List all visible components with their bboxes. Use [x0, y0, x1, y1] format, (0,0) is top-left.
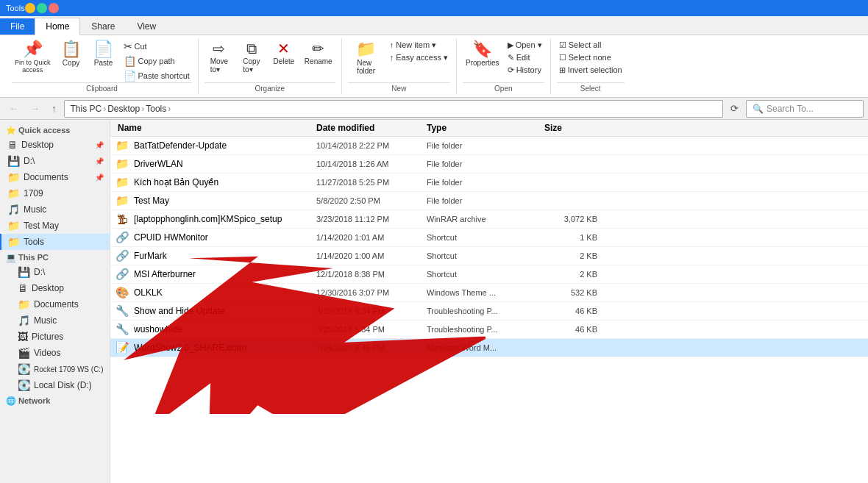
delete-label: Delete	[273, 57, 294, 65]
table-row[interactable]: 🔗 MSI Afterburner 12/1/2018 8:38 PM Shor…	[110, 265, 868, 284]
table-row[interactable]: 🔧 Show and Hide Update 3/25/2018 6:34 PM…	[110, 302, 868, 321]
breadcrumb-tools: Tools	[146, 104, 166, 114]
delete-button[interactable]: ✕ Delete	[269, 40, 299, 67]
select-all-button[interactable]: ☑ Select all	[557, 40, 625, 51]
file-type: File folder	[427, 196, 544, 205]
select-none-button[interactable]: ☐ Select none	[557, 52, 625, 63]
sidebar-item-music-pc[interactable]: 🎵 Music	[0, 312, 110, 329]
title-bar: Tools	[0, 0, 868, 16]
file-type: WinRAR archive	[427, 215, 544, 223]
ribbon-group-organize: ⇨ Moveto▾ ⧉ Copyto▾ ✕ Delete ✏ Rename Or…	[199, 38, 342, 94]
invert-selection-button[interactable]: ⊞ Invert selection	[557, 65, 625, 76]
table-row[interactable]: 📁 DriverWLAN 10/14/2018 1:26 AM File fol…	[110, 155, 868, 173]
maximize-button[interactable]	[37, 3, 47, 13]
new-folder-label: Newfolder	[357, 59, 375, 75]
address-bar[interactable]: This PC › Desktop › Tools ›	[64, 100, 724, 118]
properties-button[interactable]: 🔖 Properties	[463, 40, 502, 68]
sidebar-item-testmay[interactable]: 📁 Test May	[0, 218, 110, 234]
forward-button[interactable]: →	[26, 101, 44, 116]
sidebar-item-1709[interactable]: 📁 1709	[0, 185, 110, 201]
copy-button[interactable]: 📋 Copy	[57, 40, 86, 68]
table-row[interactable]: 📁 Test May 5/8/2020 2:50 PM File folder	[110, 192, 868, 210]
history-label: ⟳ History	[508, 65, 541, 75]
open-small-group: ▶ Open ▾ ✎ Edit ⟳ History	[505, 40, 544, 76]
sidebar-item-desktop-qa[interactable]: 🖥 Desktop 📌	[0, 137, 110, 153]
file-name-cell: 📝 WordShow2.0_SHARE.dotm	[110, 340, 316, 355]
sidebar-item-music-qa[interactable]: 🎵 Music	[0, 201, 110, 218]
minimize-button[interactable]	[25, 3, 35, 13]
back-button[interactable]: ←	[4, 101, 23, 116]
file-date: 12/30/2016 3:07 PM	[316, 288, 427, 297]
tab-view[interactable]: View	[126, 18, 167, 35]
d-pc-label: D:\	[34, 267, 45, 277]
copy-path-button[interactable]: 📋 Copy path	[121, 54, 192, 68]
sidebar-item-tools[interactable]: 📁 Tools	[0, 234, 110, 250]
new-small-group: ↑ New item ▾ ↑ Easy access ▾	[388, 40, 450, 63]
file-name-cell: 🔧 Show and Hide Update	[110, 304, 316, 318]
music-pc-label: Music	[34, 315, 57, 326]
sidebar-item-local-disk[interactable]: 💽 Local Disk (D:)	[0, 377, 110, 393]
local-disk-icon: 💽	[18, 379, 30, 391]
file-size: 2 KB	[544, 251, 603, 260]
file-name-cell: 🔗 MSI Afterburner	[110, 267, 316, 282]
paste-icon: 📄	[93, 41, 113, 57]
move-to-button[interactable]: ⇨ Moveto▾	[204, 40, 234, 75]
file-date: 1/14/2020 1:01 AM	[316, 233, 427, 242]
history-button[interactable]: ⟳ History	[505, 65, 544, 76]
properties-icon: 🔖	[472, 41, 492, 57]
title-bar-controls	[25, 3, 59, 13]
file-rows: 📁 BatTatDefender-Update 10/14/2018 2:22 …	[110, 137, 868, 357]
new-folder-button[interactable]: 📁 Newfolder	[348, 40, 385, 76]
table-row[interactable]: 🔧 wushowhide 3/25/2018 6:34 PM Troublesh…	[110, 321, 868, 339]
table-row[interactable]: 📝 WordShow2.0_SHARE.dotm 7/04/2020 8:49 …	[110, 339, 868, 357]
table-row[interactable]: 🎨 OLKLK 12/30/2016 3:07 PM Windows Theme…	[110, 284, 868, 302]
easy-access-button[interactable]: ↑ Easy access ▾	[388, 52, 450, 63]
file-size: 1 KB	[544, 233, 603, 242]
pin-to-quick-access-button[interactable]: 📌 Pin to Quickaccess	[12, 40, 54, 75]
refresh-button[interactable]: ⟳	[726, 101, 743, 116]
open-label: Open	[463, 82, 544, 93]
file-date: 5/8/2020 2:50 PM	[316, 196, 427, 205]
rename-button[interactable]: ✏ Rename	[302, 40, 335, 67]
sidebar-item-desktop-pc[interactable]: 🖥 Desktop	[0, 280, 110, 296]
desktop-qa-icon: 🖥	[7, 139, 18, 151]
delete-icon: ✕	[277, 41, 290, 56]
tab-file[interactable]: File	[0, 18, 35, 35]
sidebar-item-d-qa[interactable]: 💾 D:\ 📌	[0, 153, 110, 169]
file-date: 12/1/2018 8:38 PM	[316, 270, 427, 279]
file-name: WordShow2.0_SHARE.dotm	[134, 343, 246, 353]
paste-shortcut-button[interactable]: 📄 Paste shortcut	[121, 69, 192, 82]
file-name-cell: 📁 DriverWLAN	[110, 157, 316, 171]
sidebar-item-videos[interactable]: 🎬 Videos	[0, 345, 110, 361]
sidebar-item-pictures[interactable]: 🖼 Pictures	[0, 329, 110, 345]
table-row[interactable]: 🗜 [laptopphonglinh.com]KMSpico_setup 3/2…	[110, 210, 868, 229]
file-icon: 🔗	[115, 267, 129, 282]
open-button[interactable]: ▶ Open ▾	[505, 40, 544, 51]
paste-button[interactable]: 📄 Paste	[89, 40, 118, 68]
new-content: 📁 Newfolder ↑ New item ▾ ↑ Easy access ▾	[348, 40, 450, 82]
up-button[interactable]: ↑	[47, 101, 61, 116]
edit-button[interactable]: ✎ Edit	[505, 52, 544, 63]
header-name: Name	[110, 123, 316, 133]
copy-to-label: Copyto▾	[243, 57, 260, 74]
rocket-label: Rocket 1709 WS (C:)	[34, 365, 103, 373]
close-button[interactable]	[49, 3, 59, 13]
file-type: Shortcut	[427, 233, 544, 242]
invert-selection-label: ⊞ Invert selection	[559, 65, 622, 75]
copy-to-button[interactable]: ⧉ Copyto▾	[237, 40, 266, 75]
tab-home[interactable]: Home	[35, 18, 80, 35]
cut-button[interactable]: ✂ Cut	[121, 40, 192, 53]
sidebar-item-rocket[interactable]: 💽 Rocket 1709 WS (C:)	[0, 361, 110, 377]
sidebar-item-documents-qa[interactable]: 📁 Documents 📌	[0, 169, 110, 185]
table-row[interactable]: 📁 BatTatDefender-Update 10/14/2018 2:22 …	[110, 137, 868, 155]
search-box[interactable]: 🔍 Search To...	[746, 100, 864, 118]
tab-share[interactable]: Share	[80, 18, 126, 35]
sidebar-item-d-pc[interactable]: 💾 D:\	[0, 264, 110, 280]
table-row[interactable]: 🔗 FurMark 1/14/2020 1:00 AM Shortcut 2 K…	[110, 247, 868, 265]
table-row[interactable]: 🔗 CPUID HWMonitor 1/14/2020 1:01 AM Shor…	[110, 229, 868, 247]
new-item-button[interactable]: ↑ New item ▾	[388, 40, 450, 51]
desktop-qa-label: Desktop	[21, 140, 54, 150]
table-row[interactable]: 📁 Kích hoạt Bản Quyền 11/27/2018 5:25 PM…	[110, 173, 868, 192]
rename-icon: ✏	[312, 41, 324, 56]
sidebar-item-documents-pc[interactable]: 📁 Documents	[0, 296, 110, 312]
